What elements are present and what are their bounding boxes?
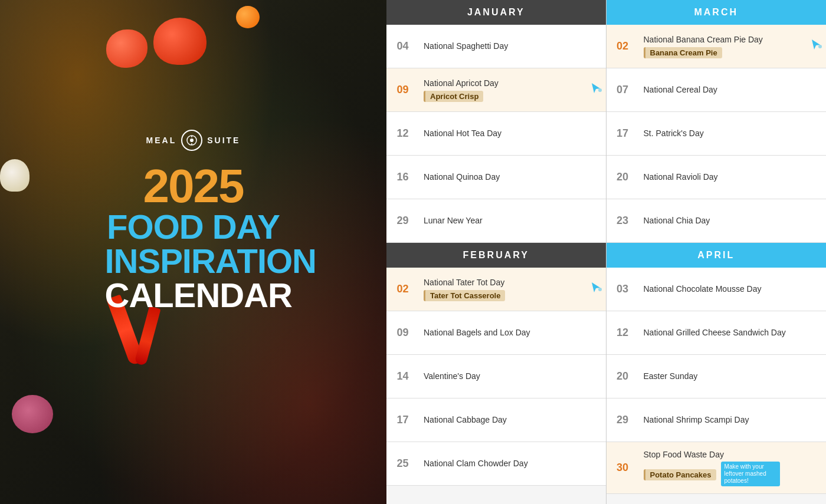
- garlic-deco: [0, 159, 30, 192]
- mar-name-4: National Ravioli Day: [644, 172, 822, 182]
- onion-deco: [12, 395, 53, 433]
- feb-name-2: National Bagels and Lox Day: [424, 327, 601, 338]
- feb-event-1: 02 National Tater Tot Day Tater Tot Cass…: [386, 268, 606, 311]
- mar-day-3: 17: [607, 127, 639, 140]
- apr-day-5: 30: [607, 462, 639, 474]
- apr-content-1: National Chocolate Mousse Day: [639, 281, 827, 297]
- logo-icon: [181, 130, 202, 151]
- jan-name-3: National Hot Tea Day: [424, 128, 601, 139]
- mar-content-1: National Banana Cream Pie Day Banana Cre…: [639, 32, 810, 60]
- cursor-icon-mar: [809, 38, 824, 54]
- mar-event-4: 20 National Ravioli Day: [607, 156, 827, 199]
- apr-name-2: National Grilled Cheese Sandwich Day: [644, 327, 822, 338]
- apr-event-3: 20 Easter Sunday: [607, 355, 827, 398]
- mar-day-1: 02: [607, 40, 639, 52]
- mar-event-3: 17 St. Patrick's Day: [607, 112, 827, 156]
- jan-day-2: 09: [386, 84, 419, 96]
- apr-name-1: National Chocolate Mousse Day: [644, 284, 822, 294]
- svg-point-5: [598, 288, 602, 291]
- march-header: MARCH: [607, 0, 827, 25]
- apr-content-3: Easter Sunday: [639, 368, 827, 384]
- tomato-deco-1: [153, 18, 206, 65]
- feb-content-3: Valentine's Day: [419, 368, 606, 384]
- feb-name-4: National Cabbage Day: [424, 414, 601, 425]
- apr-recipe-5: Potato Pancakes: [644, 469, 716, 480]
- jan-event-1: 04 National Spaghetti Day: [386, 25, 606, 68]
- april-header: APRIL: [607, 243, 827, 268]
- jan-content-3: National Hot Tea Day: [419, 126, 606, 141]
- feb-day-5: 25: [386, 457, 419, 470]
- tooltip-badge: Make with your leftover mashed potatoes!: [721, 462, 780, 486]
- feb-name-5: National Clam Chowder Day: [424, 458, 601, 469]
- apr-event-4: 29 National Shrimp Scampi Day: [607, 398, 827, 442]
- jan-day-3: 12: [386, 127, 419, 140]
- jan-content-2: National Apricot Day Apricot Crisp: [419, 75, 589, 104]
- mar-day-4: 20: [607, 171, 639, 183]
- jan-content-4: National Quinoa Day: [419, 169, 606, 185]
- apr-event-5: 30 Stop Food Waste Day Potato Pancakes M…: [607, 442, 827, 494]
- feb-content-2: National Bagels and Lox Day: [419, 325, 606, 340]
- feb-event-4: 17 National Cabbage Day: [386, 398, 606, 442]
- january-column: JANUARY 04 National Spaghetti Day 09 Nat…: [386, 0, 607, 504]
- mar-content-2: National Cereal Day: [639, 82, 827, 97]
- cursor-icon-feb: [589, 281, 604, 297]
- logo-area: MEAL SUITE 2025 FOOD DAY INSPIRATION CAL…: [105, 130, 282, 312]
- february-header: FEBRUARY: [386, 243, 606, 268]
- feb-content-1: National Tater Tot Day Tater Tot Cassero…: [419, 275, 589, 303]
- feb-name-3: Valentine's Day: [424, 371, 601, 381]
- mar-name-1: National Banana Cream Pie Day: [644, 34, 805, 45]
- jan-recipe-2: Apricot Crisp: [424, 91, 483, 102]
- feb-event-5: 25 National Clam Chowder Day: [386, 442, 606, 486]
- january-header: JANUARY: [386, 0, 606, 25]
- jan-name-4: National Quinoa Day: [424, 172, 601, 182]
- jan-day-5: 29: [386, 215, 419, 227]
- apr-content-5: Stop Food Waste Day Potato Pancakes Make…: [639, 447, 827, 489]
- logo-text-left: MEAL: [146, 136, 177, 145]
- svg-point-1: [190, 139, 194, 142]
- feb-day-1: 02: [386, 283, 419, 295]
- jan-event-4: 16 National Quinoa Day: [386, 156, 606, 199]
- jan-day-1: 04: [386, 40, 419, 52]
- mar-name-5: National Chia Day: [644, 215, 822, 226]
- months-grid: JANUARY 04 National Spaghetti Day 09 Nat…: [386, 0, 826, 504]
- feb-day-2: 09: [386, 327, 419, 339]
- apr-content-4: National Shrimp Scampi Day: [639, 412, 827, 427]
- apr-day-4: 29: [607, 414, 639, 426]
- feb-content-5: National Clam Chowder Day: [419, 456, 606, 471]
- jan-event-3: 12 National Hot Tea Day: [386, 112, 606, 156]
- calendar-title: CALENDAR: [105, 278, 282, 312]
- cursor-icon-jan: [589, 82, 604, 98]
- mar-day-2: 07: [607, 84, 639, 96]
- jan-event-2: 09 National Apricot Day Apricot Crisp: [386, 68, 606, 112]
- jan-name-2: National Apricot Day: [424, 78, 585, 88]
- apr-day-3: 20: [607, 370, 639, 383]
- food-day-title: FOOD DAY: [105, 210, 282, 244]
- svg-point-4: [598, 88, 602, 92]
- apr-event-1: 03 National Chocolate Mousse Day: [607, 268, 827, 311]
- mar-content-4: National Ravioli Day: [639, 169, 827, 185]
- apr-content-2: National Grilled Cheese Sandwich Day: [639, 325, 827, 340]
- feb-name-1: National Tater Tot Day: [424, 277, 585, 288]
- mar-event-1: 02 National Banana Cream Pie Day Banana …: [607, 25, 827, 68]
- svg-point-6: [818, 45, 822, 48]
- feb-day-4: 17: [386, 414, 419, 426]
- jan-content-5: Lunar New Year: [419, 213, 606, 228]
- apr-day-2: 12: [607, 327, 639, 339]
- feb-event-3: 14 Valentine's Day: [386, 355, 606, 398]
- mar-day-5: 23: [607, 215, 639, 227]
- logo-text-right: SUITE: [207, 136, 240, 145]
- inspiration-title: INSPIRATION: [105, 244, 282, 278]
- feb-day-3: 14: [386, 370, 419, 383]
- feb-recipe-1: Tater Tot Casserole: [424, 290, 505, 301]
- mar-recipe-1: Banana Cream Pie: [644, 47, 722, 58]
- feb-content-4: National Cabbage Day: [419, 412, 606, 427]
- jan-content-1: National Spaghetti Day: [419, 38, 606, 54]
- apr-event-2: 12 National Grilled Cheese Sandwich Day: [607, 311, 827, 355]
- jan-event-5: 29 Lunar New Year: [386, 199, 606, 243]
- mar-event-5: 23 National Chia Day: [607, 199, 827, 243]
- apr-name-5: Stop Food Waste Day: [644, 449, 822, 460]
- apr-name-3: Easter Sunday: [644, 371, 822, 381]
- jan-name-1: National Spaghetti Day: [424, 41, 601, 51]
- tomato-deco-2: [106, 29, 148, 68]
- tomato-deco-small: [236, 6, 260, 28]
